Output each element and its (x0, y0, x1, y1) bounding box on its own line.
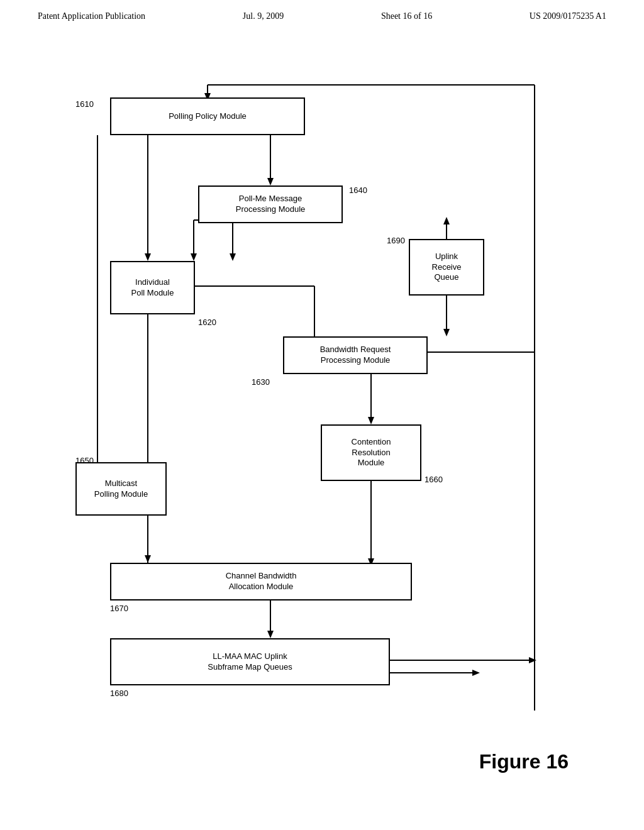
svg-marker-26 (267, 631, 274, 638)
label-1650: 1650 (75, 456, 94, 465)
publication-label: Patent Application Publication (38, 11, 145, 21)
ll-maa-box: LL-MAA MAC Uplink Subframe Map Queues (110, 638, 390, 685)
poll-me-label: Poll-Me Message Processing Module (236, 194, 306, 215)
svg-marker-13 (443, 217, 450, 224)
individual-poll-box: Individual Poll Module (110, 261, 195, 314)
ll-maa-label: LL-MAA MAC Uplink Subframe Map Queues (208, 651, 292, 673)
uplink-receive-label: Uplink Receive Queue (432, 252, 462, 284)
bandwidth-request-label: Bandwidth Request Processing Module (320, 345, 391, 366)
date-label: Jul. 9, 2009 (243, 11, 284, 21)
svg-marker-28 (529, 657, 536, 663)
multicast-polling-box: Multicast Polling Module (75, 462, 167, 516)
label-1670: 1670 (110, 604, 128, 613)
label-1610: 1610 (75, 99, 94, 109)
patent-label: US 2009/0175235 A1 (530, 11, 606, 21)
contention-resolution-box: Contention Resolution Module (321, 424, 421, 481)
label-1630: 1630 (252, 377, 270, 387)
contention-resolution-label: Contention Resolution Module (352, 437, 391, 469)
channel-bandwidth-label: Channel Bandwidth Allocation Module (226, 571, 297, 592)
label-1660: 1660 (425, 475, 443, 484)
svg-marker-11 (145, 555, 151, 563)
svg-marker-9 (145, 253, 151, 261)
figure-label: Figure 16 (479, 750, 569, 773)
label-1620: 1620 (198, 318, 216, 327)
svg-marker-17 (368, 417, 374, 424)
diagram-area: Polling Policy Module 1610 Poll-Me Messa… (38, 50, 606, 792)
poll-me-box: Poll-Me Message Processing Module (198, 185, 343, 223)
svg-marker-5 (267, 178, 274, 185)
multicast-polling-label: Multicast Polling Module (94, 479, 148, 500)
bandwidth-request-box: Bandwidth Request Processing Module (283, 336, 428, 374)
uplink-receive-box: Uplink Receive Queue (409, 239, 484, 296)
label-1680: 1680 (110, 689, 128, 698)
label-1690: 1690 (387, 236, 405, 245)
svg-marker-30 (472, 670, 480, 676)
svg-marker-7 (230, 253, 236, 261)
individual-poll-label: Individual Poll Module (131, 277, 174, 299)
channel-bandwidth-box: Channel Bandwidth Allocation Module (110, 563, 412, 600)
svg-marker-37 (191, 253, 197, 261)
label-1640: 1640 (349, 185, 367, 195)
page-header: Patent Application Publication Jul. 9, 2… (0, 0, 644, 28)
polling-policy-label: Polling Policy Module (169, 111, 247, 122)
svg-marker-15 (443, 329, 450, 336)
sheet-label: Sheet 16 of 16 (381, 11, 432, 21)
polling-policy-box: Polling Policy Module (110, 97, 305, 135)
